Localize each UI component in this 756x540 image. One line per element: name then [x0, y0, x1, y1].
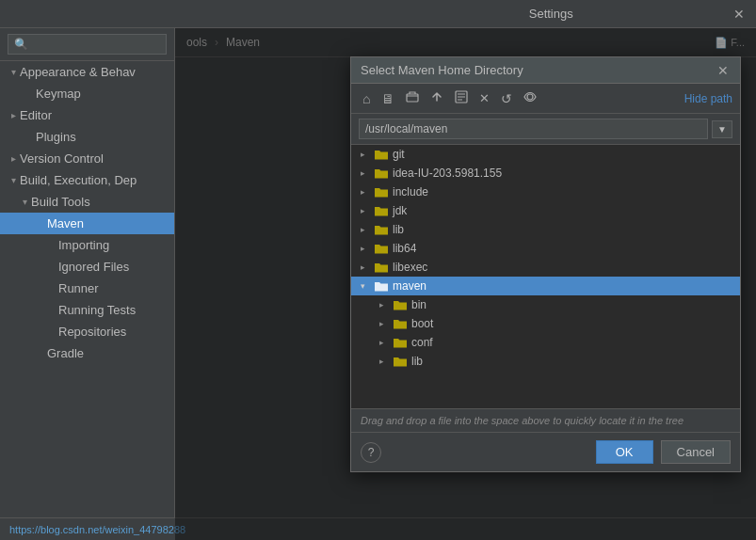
- folder-icon: [374, 204, 389, 217]
- search-input[interactable]: [8, 34, 167, 55]
- tree-item-lib-sub[interactable]: ▸lib: [351, 352, 740, 371]
- sidebar-item-label: Plugins: [36, 130, 76, 144]
- file-tree: ▸git▸idea-IU-203.5981.155▸include▸jdk▸li…: [351, 145, 740, 408]
- refresh-button[interactable]: ↺: [497, 89, 516, 108]
- tree-item-label: boot: [411, 317, 433, 330]
- tree-chevron-icon: ▸: [361, 206, 370, 215]
- sidebar-item-plugins[interactable]: Plugins: [0, 126, 174, 148]
- tree-item-label: bin: [411, 298, 426, 311]
- sidebar-item-importing[interactable]: Importing: [0, 234, 174, 256]
- tree-chevron-icon: ▾: [361, 281, 370, 291]
- path-dropdown-button[interactable]: ▼: [712, 120, 732, 138]
- tree-item-label: conf: [411, 336, 433, 349]
- dialog-toolbar: ⌂ 🖥 ✕ ↺: [351, 84, 740, 114]
- folder-icon: [374, 167, 389, 180]
- dialog-title: Select Maven Home Directory: [361, 63, 523, 77]
- sidebar-item-label: Maven: [47, 216, 84, 230]
- help-button[interactable]: ?: [361, 442, 381, 463]
- sidebar-item-build-tools[interactable]: ▾Build Tools: [0, 191, 174, 213]
- dialog-footer: ? OK Cancel: [351, 432, 740, 471]
- home-button[interactable]: ⌂: [359, 89, 374, 108]
- tree-item-lib[interactable]: ▸lib: [351, 220, 740, 239]
- chevron-icon: ▾: [11, 175, 16, 185]
- tree-item-git[interactable]: ▸git: [351, 145, 740, 164]
- tree-item-label: git: [393, 148, 405, 161]
- sidebar-item-ignored-files[interactable]: Ignored Files: [0, 256, 174, 278]
- sidebar-item-keymap[interactable]: Keymap: [0, 83, 174, 104]
- sidebar-item-runner[interactable]: Runner: [0, 278, 174, 299]
- tree-chevron-icon: ▸: [379, 319, 389, 328]
- sidebar-item-gradle[interactable]: Gradle: [0, 342, 174, 364]
- sidebar-item-running-tests[interactable]: Running Tests: [0, 299, 174, 321]
- tree-item-label: include: [393, 185, 428, 199]
- main-content: ools › Maven 📄 F... Select Maven Home Di…: [175, 28, 756, 540]
- tree-item-label: lib: [411, 355, 423, 368]
- window-close-button[interactable]: ✕: [732, 7, 747, 22]
- path-bar: ▼: [351, 114, 740, 145]
- tree-item-libexec[interactable]: ▸libexec: [351, 258, 740, 277]
- tree-chevron-icon: ▸: [379, 300, 389, 310]
- dialog-title-bar: Select Maven Home Directory ✕: [351, 57, 740, 84]
- tree-item-lib64[interactable]: ▸lib64: [351, 239, 740, 258]
- cancel-button[interactable]: Cancel: [661, 440, 731, 464]
- tree-item-label: maven: [393, 279, 426, 293]
- settings-window: Settings ✕ ▾Appearance & BehavKeymap▸Edi…: [0, 0, 756, 540]
- sidebar-item-repositories[interactable]: Repositories: [0, 321, 174, 342]
- sidebar-item-editor[interactable]: ▸Editor: [0, 104, 174, 126]
- tree-chevron-icon: ▸: [379, 338, 389, 347]
- svg-rect-0: [407, 94, 418, 102]
- tree-item-maven[interactable]: ▾maven: [351, 277, 740, 295]
- tree-chevron-icon: ▸: [361, 150, 370, 159]
- folder-icon: [374, 279, 389, 293]
- tree-item-boot[interactable]: ▸boot: [351, 314, 740, 333]
- tree-item-bin[interactable]: ▸bin: [351, 295, 740, 314]
- sidebar: ▾Appearance & BehavKeymap▸EditorPlugins▸…: [0, 28, 175, 540]
- window-title: Settings: [371, 7, 732, 21]
- tree-item-jdk[interactable]: ▸jdk: [351, 201, 740, 220]
- sidebar-item-label: Build, Execution, Dep: [20, 173, 137, 187]
- new-folder-button[interactable]: [402, 88, 423, 108]
- tree-item-label: idea-IU-203.5981.155: [393, 167, 502, 180]
- select-directory-dialog: Select Maven Home Directory ✕ ⌂ 🖥: [350, 56, 741, 472]
- status-url: https://blog.csdn.net/weixin_44798288: [9, 524, 185, 535]
- delete-button[interactable]: ✕: [475, 89, 493, 107]
- sidebar-item-label: Repositories: [58, 325, 126, 339]
- tree-chevron-icon: ▸: [361, 225, 370, 234]
- tree-item-label: lib: [393, 223, 404, 236]
- folder-icon: [374, 148, 389, 161]
- up-button[interactable]: [426, 88, 447, 108]
- sidebar-item-label: Importing: [58, 238, 109, 252]
- chevron-icon: ▸: [11, 110, 16, 120]
- show-hidden-button[interactable]: [520, 88, 540, 108]
- tree-item-conf[interactable]: ▸conf: [351, 333, 740, 352]
- chevron-icon: ▾: [23, 197, 27, 207]
- sidebar-item-version-control[interactable]: ▸Version Control: [0, 148, 174, 169]
- sidebar-item-appearance[interactable]: ▾Appearance & Behav: [0, 61, 174, 83]
- tree-item-idea-iu[interactable]: ▸idea-IU-203.5981.155: [351, 164, 740, 183]
- folder-icon: [393, 336, 408, 349]
- dialog-overlay: Select Maven Home Directory ✕ ⌂ 🖥: [175, 28, 756, 540]
- search-box: [0, 28, 174, 61]
- folder-icon: [374, 185, 389, 199]
- desktop-button[interactable]: 🖥: [378, 89, 398, 108]
- sidebar-item-label: Ignored Files: [58, 260, 129, 274]
- sidebar-item-label: Version Control: [20, 151, 104, 166]
- title-bar: Settings ✕: [0, 0, 756, 28]
- folder-icon: [393, 355, 408, 368]
- sidebar-item-label: Gradle: [47, 346, 84, 360]
- chevron-icon: ▸: [11, 153, 16, 164]
- tree-item-label: lib64: [393, 242, 416, 255]
- sidebar-item-label: Appearance & Behav: [20, 65, 136, 79]
- folder-icon: [374, 242, 389, 255]
- dialog-close-button[interactable]: ✕: [716, 64, 731, 77]
- bookmarks-button[interactable]: [451, 88, 472, 108]
- hide-path-link[interactable]: Hide path: [684, 92, 732, 105]
- sidebar-items-container: ▾Appearance & BehavKeymap▸EditorPlugins▸…: [0, 61, 174, 364]
- ok-button[interactable]: OK: [596, 440, 653, 464]
- drag-drop-hint: Drag and drop a file into the space abov…: [351, 408, 740, 432]
- sidebar-item-build-execution[interactable]: ▾Build, Execution, Dep: [0, 169, 174, 191]
- sidebar-item-maven[interactable]: Maven: [0, 213, 174, 234]
- tree-item-label: jdk: [393, 204, 407, 217]
- tree-item-include[interactable]: ▸include: [351, 183, 740, 201]
- path-input[interactable]: [359, 119, 708, 139]
